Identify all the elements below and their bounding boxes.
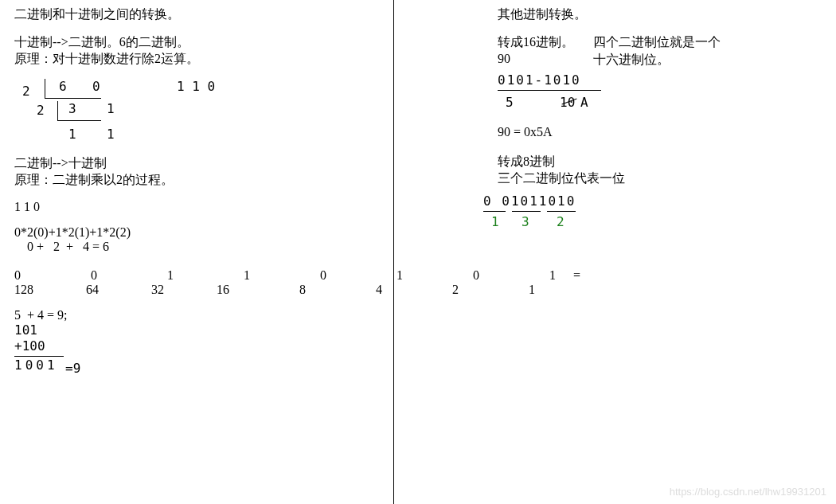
hex-number: 90 (498, 52, 510, 66)
binary-addition: 101 +100 1001 =9 (14, 322, 102, 378)
ladder-bracket-2 (57, 101, 101, 121)
hex-rule (498, 90, 601, 91)
divisor-1: 2 (37, 103, 45, 118)
oct-digit-3: 2 (557, 214, 566, 229)
quotient-1: 3 (68, 101, 76, 116)
left-column: 二进制和十进制之间的转换。 十进制-->二进制。6的二进制。 原理：对十进制数进… (0, 0, 394, 504)
dec-to-bin-heading-2: 原理：对十进制数进行除2运算。 (14, 51, 379, 68)
sum-line: 5 + 4 = 9; (14, 308, 379, 322)
quotient-0: 6 (59, 79, 67, 94)
oct-digit-1: 1 (491, 214, 501, 229)
hex-heading-2a: 四个二进制位就是一个 (593, 34, 721, 51)
place-values-row: 128 64 32 16 8 4 2 1 (14, 283, 379, 297)
bin-to-dec-heading-2: 原理：二进制乘以2的过程。 (14, 172, 379, 189)
hex-bits: 0101-1010 (498, 72, 581, 88)
divisor-0: 2 (22, 84, 30, 99)
hex-conversion: 0101-1010 5 10 A (498, 72, 657, 114)
watermark: https://blog.csdn.net/lhw19931201 (670, 486, 826, 498)
hex-equation: 90 = 0x5A (498, 125, 822, 139)
remainder-0: 0 (92, 79, 100, 94)
oct-group-rule-3 (547, 211, 576, 212)
expansion-expr-1: 0*2(0)+1*2(1)+1*2(2) (14, 225, 379, 240)
oct-heading-1: 转成8进制 (498, 154, 822, 170)
addition-rule (14, 356, 64, 357)
hex-heading-2b: 十六进制位。 (593, 52, 670, 68)
oct-heading-2: 三个二进制位代表一位 (498, 170, 822, 187)
addition-equals: =9 (65, 361, 80, 376)
expansion-expr-2: 0 + 2 + 4 = 6 (14, 240, 379, 254)
oct-bits: 0 01011010 (483, 193, 576, 209)
remainder-2: 1 (107, 127, 115, 142)
remainder-1: 1 (107, 101, 115, 116)
hex-heading-1: 转成16进制。 (498, 34, 574, 51)
oct-group-rule-1 (483, 211, 506, 212)
dec-to-bin-heading-1: 十进制-->二进制。6的二进制。 (14, 34, 379, 51)
division-ladder: 2 6 0 1 1 0 2 3 1 1 1 (14, 79, 221, 149)
hex-nibble-b: A (580, 95, 588, 110)
bits-row: 0 0 1 1 0 1 0 1 = (14, 268, 379, 283)
right-column: 其他进制转换。 转成16进制。 四个二进制位就是一个 90 十六进制位。 010… (394, 0, 836, 504)
bin-to-dec-heading-1: 二进制-->十进制 (14, 155, 379, 172)
binary-result: 1 1 0 (177, 79, 215, 94)
hex-heading-block: 转成16进制。 四个二进制位就是一个 90 十六进制位。 (498, 34, 822, 72)
oct-digit-2: 3 (522, 214, 531, 229)
quotient-2: 1 (68, 127, 76, 142)
oct-group-rule-2 (512, 211, 541, 212)
addition-sum: 1001 (14, 357, 58, 373)
addend-a: 101 (14, 322, 37, 338)
hex-nibble-a: 5 (506, 95, 514, 110)
left-title: 二进制和十进制之间的转换。 (14, 6, 379, 23)
octal-conversion: 0 01011010 1 3 2 (498, 193, 625, 233)
right-title: 其他进制转换。 (498, 6, 822, 23)
bin-bits: 1 1 0 (14, 200, 379, 214)
addend-b: +100 (14, 338, 45, 354)
